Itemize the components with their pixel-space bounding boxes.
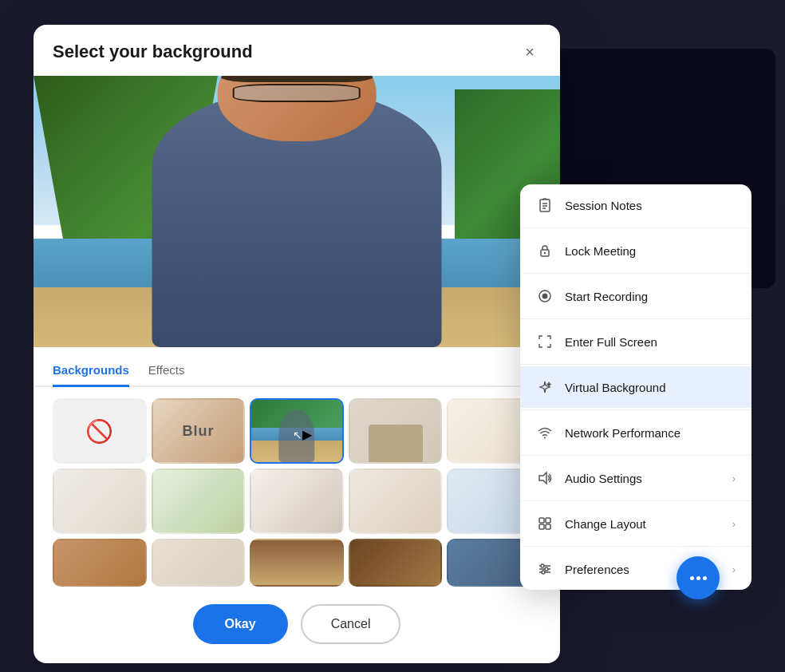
fab-dot-2 [696, 576, 700, 580]
menu-item-session-notes[interactable]: Session Notes [520, 184, 751, 226]
tabs-container: Backgrounds Effects [34, 347, 560, 387]
fullscreen-icon [536, 333, 554, 350]
bg-item-beach[interactable]: ▶ [250, 398, 344, 464]
bg-item-r2-3[interactable] [250, 468, 344, 534]
menu-label-audio-settings: Audio Settings [565, 472, 721, 485]
divider-7 [520, 500, 751, 501]
fab-dots [690, 576, 707, 580]
bg-item-r2-4[interactable] [349, 468, 443, 534]
modal-actions: Okay Cancel [34, 598, 560, 663]
divider-3 [520, 318, 751, 319]
menu-label-change-layout: Change Layout [565, 517, 721, 531]
speaker-icon [536, 469, 554, 487]
svg-rect-12 [539, 524, 544, 529]
tab-backgrounds[interactable]: Backgrounds [53, 357, 129, 387]
okay-button[interactable]: Okay [193, 604, 288, 644]
svg-point-5 [544, 252, 546, 254]
menu-label-lock-meeting: Lock Meeting [565, 244, 736, 258]
sliders-icon [536, 560, 554, 578]
person-preview [152, 89, 442, 347]
bg-item-blur[interactable]: Blur [152, 398, 246, 464]
more-options-fab[interactable] [677, 556, 720, 599]
menu-label-start-recording: Start Recording [565, 290, 736, 303]
wifi-icon [536, 424, 554, 441]
grid-icon [536, 515, 554, 532]
preview-beach-scene [34, 76, 560, 347]
fab-dot-3 [703, 576, 707, 580]
divider-4 [520, 364, 751, 365]
svg-point-8 [544, 437, 546, 439]
bg-item-room1[interactable] [349, 398, 443, 464]
bg-item-r3-4[interactable] [349, 539, 443, 587]
divider-5 [520, 409, 751, 410]
clipboard-icon [536, 196, 554, 214]
menu-item-change-layout[interactable]: Change Layout › [520, 503, 751, 544]
menu-item-network-performance[interactable]: Network Performance [520, 412, 751, 453]
menu-item-enter-fullscreen[interactable]: Enter Full Screen [520, 321, 751, 362]
close-button[interactable]: × [519, 41, 541, 63]
background-select-modal: Select your background × [34, 25, 560, 663]
modal-title: Select your background [53, 42, 253, 62]
lock-icon [536, 242, 554, 259]
menu-label-session-notes: Session Notes [565, 199, 736, 212]
menu-item-start-recording[interactable]: Start Recording [520, 275, 751, 317]
bg-item-r3-1[interactable] [53, 539, 147, 587]
person-head [217, 76, 377, 141]
menu-label-virtual-background: Virtual Background [565, 381, 736, 394]
menu-item-audio-settings[interactable]: Audio Settings › [520, 457, 751, 499]
divider-2 [520, 273, 751, 274]
person-glasses [233, 84, 361, 101]
person-body [152, 89, 442, 347]
svg-point-17 [541, 564, 544, 567]
bg-item-r2-1[interactable] [53, 468, 147, 534]
preferences-chevron: › [732, 563, 736, 575]
svg-point-19 [542, 571, 545, 574]
audio-settings-chevron: › [732, 472, 736, 484]
divider-8 [520, 546, 751, 547]
record-icon [536, 287, 554, 305]
bg-item-none[interactable]: 🚫 [53, 398, 147, 464]
change-layout-chevron: › [732, 518, 736, 530]
cancel-button[interactable]: Cancel [301, 604, 401, 644]
svg-marker-9 [539, 472, 546, 484]
divider-1 [520, 227, 751, 228]
svg-point-18 [545, 567, 548, 571]
background-grid: 🚫 Blur ▶ [34, 387, 560, 598]
svg-rect-10 [539, 518, 544, 523]
bg-item-r3-2[interactable] [152, 539, 246, 587]
menu-item-lock-meeting[interactable]: Lock Meeting [520, 230, 751, 271]
svg-rect-13 [546, 524, 550, 529]
bg-item-r3-3[interactable] [250, 539, 344, 587]
menu-label-network-performance: Network Performance [565, 426, 736, 440]
menu-item-virtual-background[interactable]: Virtual Background [520, 366, 751, 408]
fab-dot-1 [690, 576, 694, 580]
sparkles-icon [536, 378, 554, 396]
context-menu: Session Notes Lock Meeting [520, 184, 751, 590]
person-hair [217, 76, 377, 82]
bg-item-r2-2[interactable] [152, 468, 246, 534]
svg-rect-11 [546, 518, 550, 523]
menu-label-enter-fullscreen: Enter Full Screen [565, 335, 736, 349]
cursor-indicator: ▶ [293, 427, 301, 435]
preview-area [34, 76, 560, 347]
divider-6 [520, 455, 751, 456]
svg-point-7 [542, 294, 548, 299]
modal-header: Select your background × [34, 25, 560, 76]
tab-effects[interactable]: Effects [148, 357, 185, 387]
